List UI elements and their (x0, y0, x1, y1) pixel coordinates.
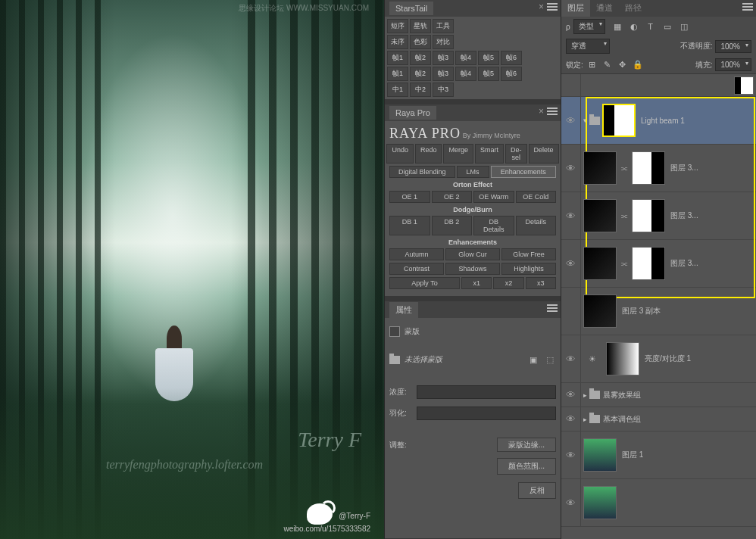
autumn[interactable]: Autumn (389, 248, 444, 260)
visibility-icon[interactable] (561, 288, 581, 335)
st-btn[interactable]: 色彩 (410, 35, 431, 49)
highlights[interactable]: Highlights (501, 263, 556, 275)
st-btn[interactable]: 中3 (433, 83, 454, 97)
x2[interactable]: x2 (493, 277, 523, 289)
tab-layers[interactable]: 图层 (561, 0, 590, 17)
oe2[interactable]: OE 2 (432, 191, 473, 203)
raya-desel[interactable]: De-sel (505, 144, 527, 164)
oe1[interactable]: OE 1 (389, 191, 430, 203)
visibility-icon[interactable] (561, 74, 581, 96)
layer-mask-thumb[interactable] (606, 342, 639, 375)
st-btn[interactable]: 帧6 (501, 67, 522, 81)
menu-icon[interactable] (547, 304, 558, 313)
layer-group[interactable]: 👁▸晨雾效果组 (561, 383, 756, 407)
contrast[interactable]: Contrast (389, 263, 444, 275)
link-icon[interactable]: ⫘ (620, 212, 628, 220)
starstail-tab[interactable]: StarsTail (389, 2, 433, 15)
layer-thumb[interactable] (583, 486, 617, 519)
layer-thumb[interactable] (583, 438, 617, 472)
invert-btn[interactable]: 反相 (518, 482, 556, 499)
layer-mask-thumb[interactable] (632, 151, 665, 185)
x1[interactable]: x1 (461, 277, 492, 289)
filter-smart-icon[interactable]: ◫ (678, 20, 690, 33)
close-icon[interactable]: × (539, 106, 544, 117)
raya-tab-lms[interactable]: LMs (457, 166, 489, 178)
st-btn[interactable]: 帧2 (410, 67, 431, 81)
layer-mask-thumb[interactable] (632, 199, 665, 232)
glowcur[interactable]: Glow Cur (445, 248, 500, 260)
filter-shape-icon[interactable]: ▭ (661, 20, 673, 33)
oecold[interactable]: OE Cold (516, 191, 557, 203)
fill-value[interactable]: 100% (715, 58, 751, 71)
st-btn[interactable]: 帧5 (478, 67, 499, 81)
st-btn[interactable]: 工具 (433, 19, 454, 33)
applyto[interactable]: Apply To (389, 277, 460, 289)
mask-edge-btn[interactable]: 蒙版边缘... (497, 438, 556, 452)
layer-item[interactable]: 👁图层 1 (561, 432, 756, 479)
st-btn[interactable]: 帧2 (410, 51, 431, 65)
st-btn[interactable]: 帧1 (387, 51, 408, 65)
collapse-icon[interactable]: ▾ (583, 117, 587, 124)
collapse-icon[interactable]: ▸ (583, 416, 587, 423)
layer-item[interactable]: 👁⫘图层 3... (561, 145, 756, 192)
menu-icon[interactable] (547, 107, 558, 117)
visibility-icon[interactable]: 👁 (561, 383, 581, 407)
details[interactable]: Details (516, 216, 557, 235)
oewarm[interactable]: OE Warm (473, 191, 514, 203)
lock-trans-icon[interactable]: ⊞ (586, 59, 598, 71)
visibility-icon[interactable]: 👁 (561, 240, 581, 287)
st-btn[interactable]: 中2 (410, 83, 431, 97)
shadows[interactable]: Shadows (445, 263, 500, 275)
layer-group[interactable]: 👁▸基本调色组 (561, 407, 756, 432)
lock-pixel-icon[interactable]: ✎ (601, 59, 614, 71)
st-btn[interactable]: 帧4 (455, 51, 476, 65)
lock-pos-icon[interactable]: ✥ (617, 59, 629, 71)
db2[interactable]: DB 2 (432, 216, 473, 235)
lock-all-icon[interactable]: 🔒 (632, 59, 644, 71)
layer-thumb[interactable] (583, 151, 617, 185)
st-btn[interactable]: 短序 (387, 19, 408, 33)
filter-kind[interactable]: 类型 (573, 19, 605, 34)
color-range-btn[interactable]: 颜色范围... (497, 458, 556, 475)
density-slider[interactable] (417, 385, 556, 399)
st-btn[interactable]: 未序 (387, 35, 408, 49)
link-icon[interactable]: ⫘ (620, 260, 628, 268)
link-icon[interactable]: ⫘ (620, 164, 628, 173)
st-btn[interactable]: 帧5 (478, 51, 499, 65)
visibility-icon[interactable]: 👁 (561, 335, 581, 382)
visibility-icon[interactable]: 👁 (561, 432, 581, 478)
tab-paths[interactable]: 路径 (619, 0, 648, 17)
filter-type-icon[interactable]: T (645, 20, 657, 33)
feather-slider[interactable] (417, 407, 556, 420)
collapse-icon[interactable]: ▸ (583, 391, 587, 399)
visibility-icon[interactable]: 👁 (561, 407, 581, 431)
glowfree[interactable]: Glow Free (501, 248, 556, 260)
layer-item[interactable] (561, 74, 756, 97)
dbdet[interactable]: DB Details (473, 216, 514, 235)
raya-tab-enh[interactable]: Enhancements (491, 166, 557, 178)
layer-thumb[interactable] (583, 199, 617, 232)
raya-delete[interactable]: Delete (529, 144, 559, 164)
raya-smart[interactable]: Smart (475, 144, 504, 164)
opacity-value[interactable]: 100% (715, 40, 751, 53)
blend-mode[interactable]: 穿透 (566, 39, 610, 54)
x3[interactable]: x3 (526, 277, 556, 289)
st-btn[interactable]: 对比 (433, 35, 454, 49)
db1[interactable]: DB 1 (389, 216, 430, 235)
filter-adjust-icon[interactable]: ◐ (628, 20, 640, 33)
layer-item-selected[interactable]: 👁 ▾ Light beam 1 (561, 97, 756, 145)
menu-icon[interactable] (742, 3, 753, 12)
visibility-icon[interactable]: 👁 (561, 97, 581, 144)
layer-mask-thumb[interactable] (602, 104, 636, 137)
mask-vector-icon[interactable]: ⬚ (544, 354, 556, 366)
visibility-icon[interactable]: 👁 (561, 479, 581, 526)
raya-tab-blend[interactable]: Digital Blending (389, 166, 455, 178)
close-icon[interactable]: × (539, 2, 544, 12)
layer-thumb[interactable] (583, 294, 617, 328)
filter-pixel-icon[interactable]: ▦ (611, 20, 623, 33)
st-btn[interactable]: 帧6 (501, 51, 522, 65)
props-tab[interactable]: 属性 (389, 302, 418, 318)
tab-channels[interactable]: 通道 (590, 0, 619, 17)
layer-mask-thumb[interactable] (734, 76, 754, 95)
layer-item[interactable]: 👁☀亮度/对比度 1 (561, 335, 756, 383)
